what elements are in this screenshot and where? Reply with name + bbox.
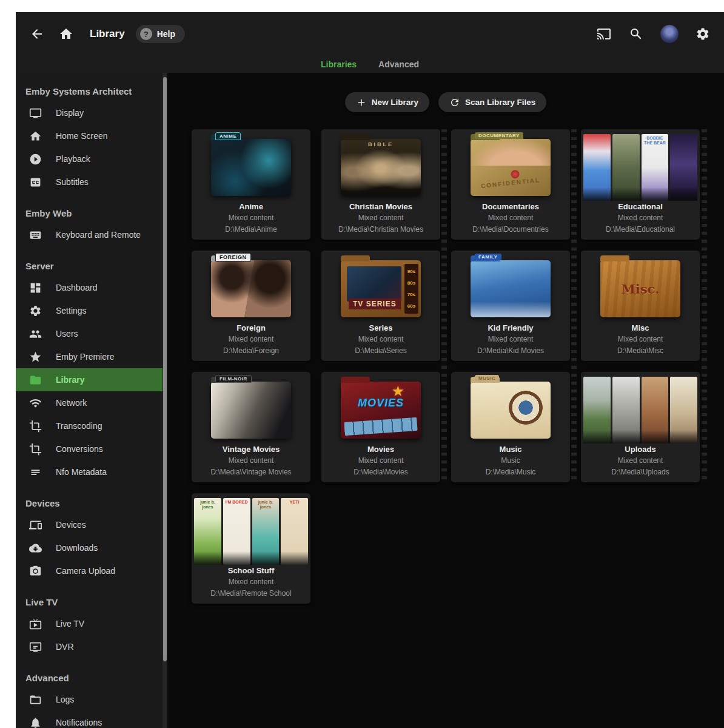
- library-content-type: Mixed content: [192, 576, 310, 588]
- search-icon[interactable]: [628, 26, 644, 42]
- library-path: D:\Media\Christian Movies: [321, 224, 440, 235]
- library-path: D:\Media\Kid Movies: [451, 345, 570, 357]
- sidebar-item-subtitles[interactable]: Subtitles: [16, 170, 163, 194]
- poster-strip: I'M BORED: [223, 498, 250, 565]
- library-card-movies[interactable]: MOVIESMoviesMixed contentD:\Media\Movies: [321, 372, 440, 482]
- sidebar-item-camera-upload[interactable]: Camera Upload: [16, 559, 163, 582]
- library-card-school-stuff[interactable]: junie b. jonesI'M BOREDjunie b. jonesYET…: [192, 493, 310, 604]
- scan-library-files-button[interactable]: Scan Library Files: [438, 92, 546, 112]
- film-strip-decoration: [702, 129, 707, 482]
- folder-art-extra-text: 90s 80s 70s 60s: [404, 264, 418, 314]
- sidebar-item-dashboard[interactable]: Dashboard: [16, 276, 163, 299]
- folder-art-text: CONFIDENTIAL: [474, 176, 547, 190]
- library-name: Christian Movies: [321, 201, 440, 212]
- sidebar-item-live-tv[interactable]: Live TV: [16, 612, 163, 635]
- library-card-vintage-movies[interactable]: FILM-NOIRVintage MoviesMixed contentD:\M…: [192, 372, 310, 482]
- lines-icon: [28, 465, 42, 479]
- help-button[interactable]: ? Help: [136, 25, 185, 43]
- sidebar-item-settings[interactable]: Settings: [16, 299, 163, 322]
- film-strip-decoration: [441, 129, 447, 482]
- library-path: D:\Media\Movies: [321, 467, 440, 478]
- keyboard-icon: [28, 228, 42, 242]
- library-content-type: Mixed content: [321, 212, 440, 224]
- library-art: ANIME: [192, 129, 310, 201]
- library-card-foreign[interactable]: FOREIGNForeignMixed contentD:\Media\Fore…: [192, 251, 310, 361]
- library-content-type: Mixed content: [581, 212, 700, 224]
- library-content-type: Mixed content: [192, 334, 310, 345]
- sidebar-item-transcoding[interactable]: Transcoding: [16, 414, 163, 437]
- library-card-misc[interactable]: Misc.MiscMixed contentD:\Media\Misc: [581, 251, 700, 361]
- sidebar-item-label: Keyboard and Remote: [56, 230, 141, 240]
- film-strip-decoration: [571, 129, 577, 482]
- library-art: DOCUMENTARYCONFIDENTIAL: [451, 129, 570, 201]
- educational-collage-art: BOBBIE THE BEAR: [583, 134, 697, 201]
- bible-folder-art: BIBLE: [341, 139, 421, 196]
- settings-gear-icon[interactable]: [695, 26, 711, 42]
- new-library-button[interactable]: New Library: [345, 92, 429, 112]
- sidebar-item-label: Display: [56, 108, 84, 118]
- cast-icon[interactable]: [596, 26, 612, 42]
- sidebar-item-notifications[interactable]: Notifications: [16, 711, 163, 728]
- library-card-educational[interactable]: BOBBIE THE BEAREducationalMixed contentD…: [581, 129, 700, 240]
- sidebar-item-emby-premiere[interactable]: Emby Premiere: [16, 345, 163, 368]
- cloud-download-icon: [28, 541, 42, 555]
- library-card-uploads[interactable]: UploadsMixed contentD:\Media\Uploads: [581, 372, 700, 482]
- sidebar-item-label: Dashboard: [56, 283, 98, 292]
- sidebar-item-nfo-metadata[interactable]: Nfo Metadata: [16, 460, 163, 484]
- folder-art-text: MOVIES: [341, 397, 421, 410]
- library-card-christian-movies[interactable]: BIBLEChristian MoviesMixed contentD:\Med…: [321, 129, 440, 240]
- sidebar-item-playback[interactable]: Playback: [16, 147, 163, 170]
- sidebar-item-users[interactable]: Users: [16, 322, 163, 345]
- folder-tab-label: FILM-NOIR: [215, 375, 252, 383]
- tab-advanced[interactable]: Advanced: [378, 59, 419, 69]
- users-icon: [28, 326, 42, 341]
- library-path: D:\Media\Educational: [581, 224, 700, 235]
- sidebar-item-label: Notifications: [56, 718, 102, 727]
- library-name: Documentaries: [451, 201, 570, 212]
- library-path: D:\Media\Uploads: [581, 467, 700, 478]
- sidebar-item-downloads[interactable]: Downloads: [16, 536, 163, 559]
- refresh-icon: [449, 97, 460, 108]
- folder-icon: [28, 372, 42, 387]
- sidebar-item-label: DVR: [56, 642, 74, 652]
- sidebar-item-network[interactable]: Network: [16, 391, 163, 414]
- library-card-music[interactable]: MUSICMusicMusicD:\Media\Music: [451, 372, 570, 482]
- back-arrow-icon[interactable]: [29, 26, 45, 42]
- poster-strip: YETI: [281, 498, 308, 565]
- library-path: D:\Media\Anime: [192, 224, 310, 235]
- folder-tab-label: FAMILY: [475, 254, 501, 260]
- library-card-kid-friendly[interactable]: FAMILYKid FriendlyMixed contentD:\Media\…: [451, 251, 570, 361]
- tab-libraries[interactable]: Libraries: [321, 59, 357, 69]
- family-folder-art: FAMILY: [471, 260, 551, 317]
- library-card-series[interactable]: TV SERIES90s 80s 70s 60sSeriesMixed cont…: [321, 251, 440, 361]
- sidebar-item-label: Downloads: [56, 543, 98, 553]
- sidebar-section-server: Server: [16, 261, 163, 271]
- sidebar-item-library[interactable]: Library: [16, 368, 163, 391]
- sidebar-item-home-screen[interactable]: Home Screen: [16, 124, 163, 147]
- sidebar-section-devices: Devices: [16, 498, 163, 508]
- user-avatar[interactable]: [660, 25, 679, 43]
- live-tv-icon: [28, 616, 42, 631]
- poster-strip: junie b. jones: [194, 498, 221, 565]
- sidebar-item-label: Home Screen: [56, 131, 108, 141]
- home-icon[interactable]: [58, 26, 74, 42]
- question-icon: ?: [140, 28, 152, 40]
- sidebar-item-logs[interactable]: Logs: [16, 688, 163, 711]
- sidebar-item-devices[interactable]: Devices: [16, 513, 163, 536]
- library-content-type: Mixed content: [581, 455, 700, 467]
- sidebar-scrollbar[interactable]: [163, 73, 167, 728]
- scrollbar-thumb[interactable]: [163, 77, 167, 661]
- library-card-anime[interactable]: ANIMEAnimeMixed contentD:\Media\Anime: [192, 129, 310, 240]
- sidebar-item-dvr[interactable]: DVR: [16, 635, 163, 658]
- sidebar-item-conversions[interactable]: Conversions: [16, 437, 163, 460]
- sidebar-item-display[interactable]: Display: [16, 101, 163, 124]
- sidebar-item-label: Users: [56, 329, 78, 339]
- foreign-folder-art: FOREIGN: [211, 260, 291, 317]
- closed-caption-icon: [28, 175, 42, 189]
- library-card-documentaries[interactable]: DOCUMENTARYCONFIDENTIALDocumentariesMixe…: [451, 129, 570, 240]
- library-name: Vintage Movies: [192, 443, 310, 455]
- sidebar-item-keyboard-and-remote[interactable]: Keyboard and Remote: [16, 223, 163, 246]
- plus-icon: [356, 97, 367, 108]
- sidebar-item-label: Camera Upload: [56, 566, 115, 576]
- library-path: D:\Media\Vintage Movies: [192, 467, 310, 478]
